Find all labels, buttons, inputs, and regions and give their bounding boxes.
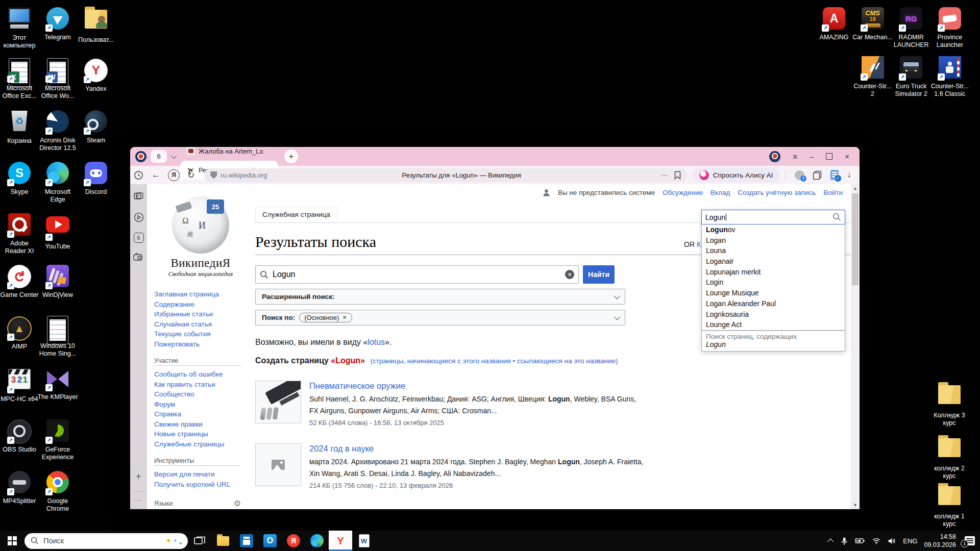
desktop-icon-yandex[interactable]: Y↗Yandex (76, 58, 116, 93)
sidebar-link-пожертвовать[interactable]: Пожертвовать (154, 340, 200, 348)
suggest-item-login[interactable]: Login (702, 277, 845, 288)
taskbar-app-file-explorer[interactable] (211, 531, 235, 551)
yandex-search-icon[interactable]: Я (168, 169, 180, 181)
wifi-icon[interactable] (872, 537, 881, 544)
desktop-icon-youtube[interactable]: ↗YouTube (37, 212, 78, 251)
desktop-icon-amazing[interactable]: A↗AMAZING (814, 6, 854, 41)
desktop-icon-euro-truck-simulator-2[interactable]: ↗Euro Truck Simulator 2 (891, 55, 932, 98)
desktop-icon-aimp[interactable]: ▲↗AIMP (0, 315, 40, 350)
desktop-icon-корзина[interactable]: ♻Корзина (0, 109, 40, 145)
history-icon[interactable] (130, 170, 147, 180)
scroll-down-arrow[interactable]: ▼ (851, 501, 860, 509)
desktop-icon-microsoft-office-wo[interactable]: W↗Microsoft Office Wo... (37, 58, 78, 100)
video-play-icon[interactable] (130, 212, 147, 222)
reload-icon[interactable]: ↻ (187, 170, 194, 181)
suggest-item-lounge-act[interactable]: Lounge Act (702, 319, 845, 330)
shield-icon[interactable] (210, 171, 217, 179)
sidebar-more-icon[interactable]: ⋯ (130, 496, 147, 505)
desktop-icon-колледж-3-курс[interactable]: Колледж 3 курс (929, 382, 970, 427)
back-icon[interactable]: ← (152, 170, 160, 180)
battery-icon[interactable] (855, 537, 865, 544)
suggest-item-louna[interactable]: Louna (702, 245, 845, 256)
browser-tab-жалоба-на-artem-lo[interactable]: Жалоба на Artem_Lo (180, 147, 269, 161)
suggest-item-lounge-musique[interactable]: Lounge Musique (702, 288, 845, 298)
action-center-icon[interactable]: 1 (965, 536, 975, 545)
search-in-panel[interactable]: Поиск по: (Основное)✕ (255, 310, 625, 325)
desktop-icon-radmir-launcher[interactable]: RG↗RADMIR LAUNCHER (891, 6, 932, 49)
close-button[interactable]: × (845, 152, 849, 161)
taskbar-app-microsoft-store[interactable] (235, 531, 258, 551)
desktop-icon-obs-studio[interactable]: ↗OBS Studio (0, 418, 40, 454)
menu-icon[interactable]: ≡ (793, 152, 797, 161)
taskbar-app-yandex[interactable]: Y (329, 531, 352, 551)
microphone-icon[interactable] (840, 537, 848, 545)
desktop-icon-этот-компьютер[interactable]: Этот компьютер (0, 6, 40, 49)
desktop-icon-province-launcher[interactable]: ↗Province Launcher (929, 6, 970, 49)
result-thumbnail[interactable] (255, 381, 301, 423)
desktop-icon-acronis-disk-director-12-5[interactable]: ↗Acronis Disk Director 12.5 (37, 109, 78, 152)
taskbar-app-word[interactable]: W (352, 531, 376, 551)
sidebar-link-сообщество[interactable]: Сообщество (154, 390, 194, 398)
suggest-item-logan[interactable]: Logan (702, 235, 845, 246)
volume-icon[interactable] (888, 537, 896, 545)
create-page-redlink[interactable]: «Logun» (331, 356, 365, 365)
sidebar-link-новые-страницы[interactable]: Новые страницы (154, 430, 208, 438)
taskbar-app-edge[interactable] (305, 531, 329, 551)
find-button[interactable]: Найти (583, 265, 615, 284)
desktop-icon-google-chrome[interactable]: ↗Google Chrome (37, 470, 78, 513)
tab-group-counter[interactable]: 6 (130, 233, 147, 243)
search-input[interactable]: Logun ✕ (255, 265, 579, 284)
more-icon[interactable]: ⋯ (661, 171, 669, 179)
sidebar-link-как-править-статьи[interactable]: Как править статьи (154, 381, 215, 388)
sidebar-link-справка[interactable]: Справка (154, 410, 181, 418)
language-indicator[interactable]: ENG (903, 537, 917, 545)
sidebar-link-избранные-статьи[interactable]: Избранные статьи (154, 310, 213, 318)
desktop-icon-steam[interactable]: ↗Steam (76, 109, 116, 144)
bookmark-icon[interactable] (674, 171, 681, 180)
sidebar-link-версия-для-печати[interactable]: Версия для печати (154, 470, 215, 478)
desktop-icon-adobe-reader-xi[interactable]: ↗Adobe Reader XI (0, 212, 40, 255)
chip-remove-icon[interactable]: ✕ (342, 314, 347, 321)
desktop-icon-discord[interactable]: ↗Discord (76, 161, 116, 196)
desktop-icon-counter-str-1-6-classic[interactable]: ↗Counter-Str... 1.6 Classic (929, 55, 970, 98)
sidebar-link-заглавная-страница[interactable]: Заглавная страница (154, 290, 219, 298)
desktop-icon-колледж-2-курс[interactable]: колледж 2 курс (929, 435, 970, 480)
suggest-item-lopunajan-merkit[interactable]: Lopunajan merkit (702, 267, 845, 278)
desktop-icon-microsoft-office-exc[interactable]: X↗Microsoft Office Exc... (0, 58, 40, 100)
sidebar-link-случайная-статья[interactable]: Случайная статья (154, 320, 212, 328)
sidebar-link-текущие-события[interactable]: Текущие события (154, 330, 211, 338)
desktop-icon-microsoft-edge[interactable]: ↗Microsoft Edge (37, 161, 78, 204)
tray-clock[interactable]: 14:58 09.03.2026 (924, 533, 956, 549)
didyoumean-link[interactable]: lotus (368, 338, 385, 346)
suggest-input[interactable]: Logun (701, 210, 845, 224)
collections-icon[interactable] (813, 170, 822, 180)
help-extension-icon[interactable]: ? (795, 170, 804, 180)
suggest-item-logunov[interactable]: Logunov (702, 224, 845, 235)
minimize-button[interactable]: – (810, 152, 814, 161)
taskbar-app-outlook[interactable]: O (258, 531, 282, 551)
sidebar-link-содержание[interactable]: Содержание (154, 300, 194, 308)
clear-search-icon[interactable]: ✕ (565, 270, 574, 279)
screenshot-icon[interactable] (130, 253, 147, 262)
tab-special-page[interactable]: Служебная страница (255, 207, 337, 222)
add-panel-icon[interactable]: + (130, 470, 147, 483)
taskbar-app-yandex-browser[interactable]: Я (282, 531, 305, 551)
protect-document-icon[interactable]: ✓ (830, 170, 839, 180)
scroll-thumb[interactable] (852, 193, 859, 285)
user-link-войти[interactable]: Войти (823, 189, 843, 196)
user-link-создать-уч-тную-запись[interactable]: Создать учётную запись (738, 189, 816, 196)
suggest-item-lognkosauria[interactable]: Lognkosauria (702, 309, 845, 320)
prefix-pages-link[interactable]: страницы, начинающиеся с этого названия (373, 357, 511, 365)
desktop-icon-counter-str-2[interactable]: ↗Counter-Str... 2 (852, 55, 893, 98)
sidebar-link-свежие-правки[interactable]: Свежие правки (154, 420, 203, 428)
maximize-button[interactable] (826, 153, 832, 160)
hidden-icons-chevron[interactable] (827, 538, 834, 545)
user-link-вклад[interactable]: Вклад (710, 189, 730, 196)
start-button[interactable] (0, 531, 24, 551)
wikipedia-logo[interactable]: 25 ΩИ維 (172, 196, 229, 254)
profile-avatar[interactable] (769, 151, 780, 162)
desktop-icon-skype[interactable]: S↗Skype (0, 161, 40, 196)
desktop-icon-game-center[interactable]: ↻↗Game Center (0, 264, 40, 299)
new-tab-button[interactable]: + (284, 149, 298, 163)
sidebar-link-форум[interactable]: Форум (154, 400, 175, 408)
